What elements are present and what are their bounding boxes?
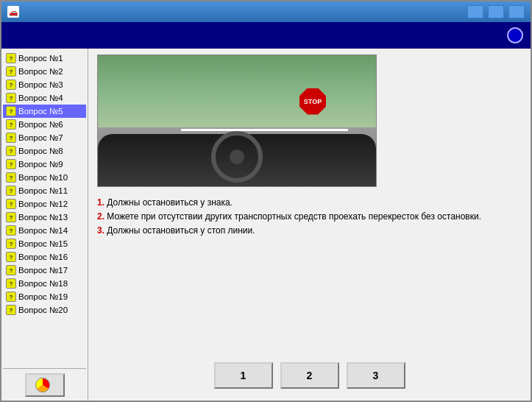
sidebar-item-label-5: Вопрос №5 (18, 107, 63, 116)
sidebar-item-label-7: Вопрос №7 (18, 133, 63, 142)
sidebar-item-label-18: Вопрос №18 (18, 279, 68, 288)
question-icon-2: ? (6, 66, 16, 77)
question-icon-18: ? (6, 278, 16, 289)
question-icon-20: ? (6, 305, 16, 315)
answer-item-2[interactable]: 2. Можете при отсутствии других транспор… (97, 210, 522, 224)
content-top: STOP (97, 54, 522, 187)
sidebar-item-14[interactable]: ?Вопрос №14 (3, 224, 86, 237)
steering-wheel (211, 131, 263, 183)
sidebar-item-label-19: Вопрос №19 (18, 292, 68, 301)
app-icon: 🚗 (7, 6, 19, 18)
sidebar-item-label-14: Вопрос №14 (18, 226, 68, 235)
sidebar-item-label-12: Вопрос №12 (18, 200, 68, 208)
question-icon-9: ? (6, 159, 16, 169)
sidebar-item-label-11: Вопрос №11 (18, 186, 68, 195)
sidebar-item-label-13: Вопрос №13 (18, 213, 68, 222)
answer-num-1: 1. (97, 197, 107, 208)
answer-text-1: Должны остановиться у знака. (107, 197, 233, 208)
sidebar-item-label-20: Вопрос №20 (18, 306, 68, 314)
sidebar-item-12[interactable]: ?Вопрос №12 (3, 197, 86, 211)
sidebar-item-label-8: Вопрос №8 (18, 147, 63, 155)
sidebar-item-label-1: Вопрос №1 (18, 54, 63, 63)
stop-area (3, 368, 86, 398)
sidebar-item-label-16: Вопрос №16 (18, 253, 68, 261)
question-icon-7: ? (6, 133, 16, 143)
sidebar-item-1[interactable]: ?Вопрос №1 (3, 52, 86, 65)
sidebar-item-20[interactable]: ?Вопрос №20 (3, 303, 86, 317)
sidebar-item-label-15: Вопрос №15 (18, 239, 68, 248)
sidebar-item-19[interactable]: ?Вопрос №19 (3, 290, 86, 303)
answer-button-2[interactable]: 2 (280, 362, 339, 389)
titlebar: 🚗 (1, 1, 531, 22)
sidebar-item-label-2: Вопрос №2 (18, 67, 63, 76)
question-icon-14: ? (6, 225, 16, 236)
question-icon-17: ? (6, 265, 16, 275)
sidebar-item-label-3: Вопрос №3 (18, 80, 63, 89)
answer-text-3: Должны остановиться у стоп линии. (107, 225, 255, 236)
sidebar-item-16[interactable]: ?Вопрос №16 (3, 250, 86, 264)
stop-button[interactable] (25, 373, 65, 397)
sidebar-item-label-17: Вопрос №17 (18, 266, 68, 275)
answer-item-1[interactable]: 1. Должны остановиться у знака. (97, 196, 522, 210)
sidebar-item-label-6: Вопрос №6 (18, 120, 63, 129)
question-icon-6: ? (6, 119, 16, 130)
road-scene: STOP (98, 55, 376, 186)
question-icon-4: ? (6, 93, 16, 103)
sidebar-item-5[interactable]: ?Вопрос №5 (3, 105, 86, 118)
main-window: 🚗 ?Вопрос №1?Вопрос №2?Вопрос №3?Вопрос … (0, 0, 532, 402)
sidebar-item-6[interactable]: ?Вопрос №6 (3, 118, 86, 131)
question-image: STOP (97, 54, 377, 187)
sidebar-item-4[interactable]: ?Вопрос №4 (3, 91, 86, 105)
main-content: ?Вопрос №1?Вопрос №2?Вопрос №3?Вопрос №4… (1, 49, 531, 401)
answer-item-3[interactable]: 3. Должны остановиться у стоп линии. (97, 224, 522, 238)
question-icon-3: ? (6, 80, 16, 90)
answer-num-3: 3. (97, 225, 107, 236)
sidebar-item-label-4: Вопрос №4 (18, 94, 63, 102)
answer-text-2: Можете при отсутствии других транспортны… (107, 211, 481, 222)
road-marking (181, 129, 348, 131)
maximize-button[interactable] (488, 5, 504, 18)
question-list: ?Вопрос №1?Вопрос №2?Вопрос №3?Вопрос №4… (3, 52, 86, 364)
answers-section: 1. Должны остановиться у знака.2. Можете… (97, 196, 522, 239)
answer-button-3[interactable]: 3 (347, 362, 405, 389)
sidebar-item-2[interactable]: ?Вопрос №2 (3, 65, 86, 78)
question-icon-13: ? (6, 212, 16, 222)
stop-icon (35, 378, 50, 392)
close-button[interactable] (508, 5, 525, 18)
sidebar-item-8[interactable]: ?Вопрос №8 (3, 144, 86, 158)
sidebar-item-3[interactable]: ?Вопрос №3 (3, 78, 86, 91)
question-icon-5: ? (6, 106, 16, 116)
question-icon-8: ? (6, 146, 16, 156)
stop-sign: STOP (299, 88, 326, 115)
sidebar-item-label-9: Вопрос №9 (18, 160, 63, 169)
stop-sign-shape: STOP (299, 88, 326, 115)
question-icon-1: ? (6, 53, 16, 63)
sidebar-item-18[interactable]: ?Вопрос №18 (3, 277, 86, 290)
sidebar: ?Вопрос №1?Вопрос №2?Вопрос №3?Вопрос №4… (1, 49, 88, 401)
sidebar-item-7[interactable]: ?Вопрос №7 (3, 131, 86, 144)
answer-buttons: 123 (97, 356, 522, 395)
sidebar-item-9[interactable]: ?Вопрос №9 (3, 158, 86, 171)
minimize-button[interactable] (467, 5, 483, 18)
answer-button-1[interactable]: 1 (214, 362, 273, 389)
dashboard (98, 134, 376, 186)
content-panel: STOP 1. Должны остановиться у знака.2. (88, 49, 531, 401)
question-icon-12: ? (6, 199, 16, 209)
question-icon-19: ? (6, 292, 16, 302)
sidebar-item-11[interactable]: ?Вопрос №11 (3, 184, 86, 197)
sky-bg (98, 55, 376, 134)
question-icon-16: ? (6, 252, 16, 262)
sidebar-item-15[interactable]: ?Вопрос №15 (3, 237, 86, 250)
help-button[interactable] (507, 27, 523, 43)
sidebar-item-17[interactable]: ?Вопрос №17 (3, 264, 86, 277)
topbar (1, 22, 531, 49)
question-icon-10: ? (6, 172, 16, 183)
sidebar-item-13[interactable]: ?Вопрос №13 (3, 211, 86, 224)
question-icon-11: ? (6, 186, 16, 196)
sidebar-item-10[interactable]: ?Вопрос №10 (3, 171, 86, 184)
sidebar-item-label-10: Вопрос №10 (18, 173, 68, 182)
answer-num-2: 2. (97, 211, 107, 222)
question-icon-15: ? (6, 239, 16, 249)
